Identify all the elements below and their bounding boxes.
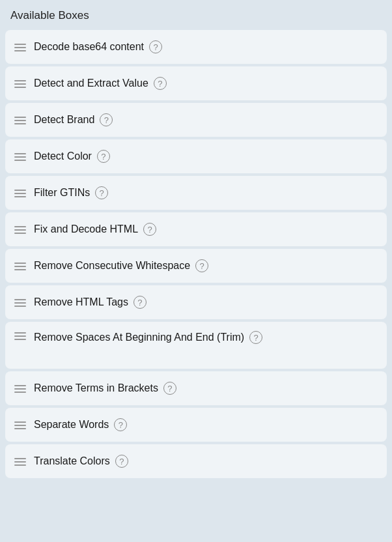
help-icon-remove-terms-brackets[interactable]: ? [163,382,176,395]
available-boxes-panel: Available Boxes Decode base64 content?De… [0,0,392,486]
box-item-separate-words[interactable]: Separate Words? [5,408,387,442]
box-label-wrap: Detect Brand? [34,113,378,126]
help-icon-fix-decode-html[interactable]: ? [143,223,156,236]
drag-icon [14,226,26,234]
help-icon-detect-color[interactable]: ? [97,150,110,163]
box-label-remove-html-tags: Remove HTML Tags [34,296,128,308]
drag-icon [14,421,26,429]
help-icon-detect-brand[interactable]: ? [100,113,113,126]
box-label-detect-extract: Detect and Extract Value [34,78,148,89]
drag-icon [14,80,26,88]
box-label-wrap: Remove Spaces At Beginning And End (Trim… [34,331,378,344]
drag-icon [14,44,26,51]
box-label-wrap: Detect Color? [34,150,378,163]
box-item-decode-base64[interactable]: Decode base64 content? [5,30,387,64]
box-label-wrap: Detect and Extract Value? [34,77,378,90]
box-item-fix-decode-html[interactable]: Fix and Decode HTML? [5,212,387,246]
section-header: Available Boxes [0,0,392,30]
box-label-remove-spaces-trim: Remove Spaces At Beginning And End (Trim… [34,332,244,343]
help-icon-filter-gtins[interactable]: ? [95,186,108,199]
drag-icon [14,153,26,161]
box-item-detect-color[interactable]: Detect Color? [5,139,387,173]
box-item-filter-gtins[interactable]: Filter GTINs? [5,176,387,210]
box-label-translate-colors: Translate Colors [34,455,110,467]
box-label-filter-gtins: Filter GTINs [34,187,90,199]
box-label-detect-brand: Detect Brand [34,114,94,126]
help-icon-separate-words[interactable]: ? [114,418,127,431]
box-label-wrap: Filter GTINs? [34,186,378,199]
box-label-wrap: Separate Words? [34,418,378,431]
boxes-list: Decode base64 content?Detect and Extract… [0,30,392,486]
drag-icon [14,190,26,197]
box-label-fix-decode-html: Fix and Decode HTML [34,223,138,235]
box-item-detect-extract[interactable]: Detect and Extract Value? [5,66,387,100]
box-label-wrap: Decode base64 content? [34,40,378,53]
drag-icon [14,263,26,270]
box-label-remove-consecutive-whitespace: Remove Consecutive Whitespace [34,260,190,272]
box-item-remove-terms-brackets[interactable]: Remove Terms in Brackets? [5,371,387,405]
box-label-wrap: Translate Colors? [34,455,378,468]
drag-icon [14,332,26,340]
help-icon-translate-colors[interactable]: ? [115,455,128,468]
box-label-wrap: Remove Consecutive Whitespace? [34,259,378,272]
box-item-remove-consecutive-whitespace[interactable]: Remove Consecutive Whitespace? [5,249,387,283]
help-icon-remove-spaces-trim[interactable]: ? [249,331,262,344]
drag-icon [14,299,26,307]
box-item-translate-colors[interactable]: Translate Colors? [5,444,387,478]
section-title: Available Boxes [10,9,89,21]
box-label-wrap: Remove Terms in Brackets? [34,382,378,395]
box-label-detect-color: Detect Color [34,150,92,162]
box-label-remove-terms-brackets: Remove Terms in Brackets [34,382,158,394]
drag-icon [14,385,26,393]
help-icon-detect-extract[interactable]: ? [154,77,167,90]
box-label-decode-base64: Decode base64 content [34,41,144,53]
drag-icon [14,458,26,466]
box-label-wrap: Fix and Decode HTML? [34,223,378,236]
box-label-wrap: Remove HTML Tags? [34,296,378,309]
help-icon-remove-html-tags[interactable]: ? [133,296,147,309]
help-icon-remove-consecutive-whitespace[interactable]: ? [195,259,208,272]
box-label-separate-words: Separate Words [34,419,109,431]
drag-icon [14,117,26,124]
box-item-remove-html-tags[interactable]: Remove HTML Tags? [5,285,387,319]
box-item-remove-spaces-trim[interactable]: Remove Spaces At Beginning And End (Trim… [5,322,387,369]
help-icon-decode-base64[interactable]: ? [149,40,162,53]
box-item-detect-brand[interactable]: Detect Brand? [5,103,387,137]
